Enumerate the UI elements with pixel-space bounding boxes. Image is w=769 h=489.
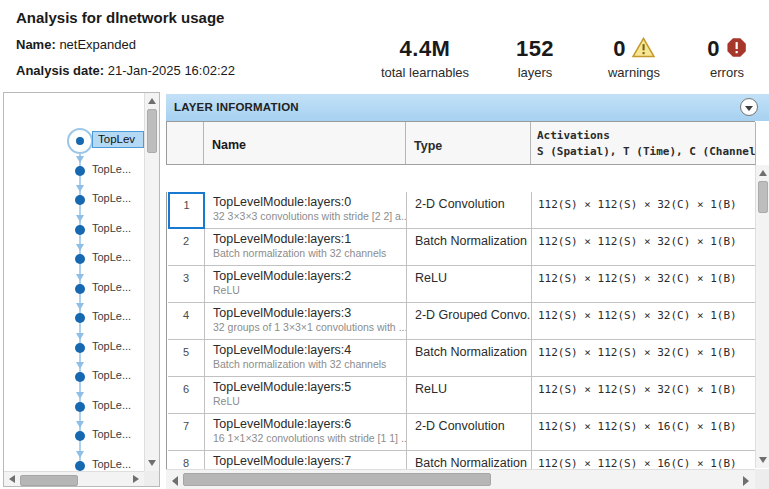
graph-node-dot[interactable] [75,372,85,382]
table-row[interactable]: 7 TopLevelModule:layers:6 16 1×1×32 conv… [168,414,755,451]
network-graph-canvas[interactable]: TopLevTopLe...TopLe...TopLe...TopLe...To… [4,93,144,471]
graph-node-dot[interactable] [75,195,85,205]
row-number-cell[interactable]: 4 [168,303,205,340]
layer-name-cell[interactable]: TopLevelModule:layers:2 ReLU [205,266,407,303]
graph-vertical-scrollbar[interactable] [144,93,159,471]
layer-name-cell[interactable]: TopLevelModule:layers:0 32 3×3×3 convolu… [205,192,407,229]
arrow-down-icon [76,156,84,163]
graph-node-label[interactable]: TopLe... [92,428,140,440]
graph-node-dot[interactable] [75,431,85,441]
network-graph-panel: TopLevTopLe...TopLe...TopLe...TopLe...To… [3,92,160,487]
graph-node-dot[interactable] [75,402,85,412]
warnings-label: warnings [608,65,660,80]
layer-type-cell[interactable]: Batch Normalization [407,340,532,377]
layer-activations-cell[interactable]: 112(S) × 112(S) × 32(C) × 1(B) [532,266,755,303]
table-vertical-scrollbar[interactable] [755,165,769,468]
arrow-down-icon [76,392,84,399]
layer-type-cell[interactable]: 2-D Convolution [407,192,532,229]
graph-node-label[interactable]: TopLe... [92,399,140,411]
layer-name: TopLevelModule:layers:5 [213,380,400,394]
layer-name-cell[interactable]: TopLevelModule:layers:4 Batch normalizat… [205,340,407,377]
scroll-left-icon[interactable] [9,475,15,483]
graph-node-label[interactable]: TopLe... [92,310,140,322]
layer-activations-cell[interactable]: 112(S) × 112(S) × 32(C) × 1(B) [532,377,755,414]
scroll-down-icon[interactable] [759,457,767,463]
table-row[interactable]: 1 TopLevelModule:layers:0 32 3×3×3 convo… [168,192,755,229]
header-type[interactable]: Type [406,122,531,165]
graph-node-dot[interactable] [75,254,85,264]
graph-node-dot[interactable] [75,313,85,323]
collapse-panel-button[interactable] [740,98,758,116]
layer-name-cell[interactable]: TopLevelModule:layers:1 Batch normalizat… [205,229,407,266]
row-number-cell[interactable]: 2 [168,229,205,266]
layer-activations-cell[interactable]: 112(S) × 112(S) × 32(C) × 1(B) [532,192,755,229]
analysis-date: Analysis date: 21-Jan-2025 16:02:22 [16,63,235,78]
layer-type-cell[interactable]: 2-D Convolution [407,414,532,451]
header-row-number [167,122,204,165]
arrow-down-icon [76,421,84,428]
layer-description: Batch normalization with 32 channels [213,358,400,370]
graph-node-label[interactable]: TopLev [92,131,144,148]
table-row[interactable]: 2 TopLevelModule:layers:1 Batch normaliz… [168,229,755,266]
graph-horizontal-scrollbar[interactable] [4,471,144,486]
layer-name-cell[interactable]: TopLevelModule:layers:6 16 1×1×32 convol… [205,414,407,451]
graph-node-label[interactable]: TopLe... [92,163,140,175]
row-number-cell[interactable]: 3 [168,266,205,303]
scroll-left-icon[interactable] [172,476,178,486]
row-number-cell[interactable]: 6 [168,377,205,414]
table-horizontal-scrollbar[interactable] [166,469,755,489]
row-number-cell[interactable]: 5 [168,340,205,377]
scroll-up-icon[interactable] [759,170,767,176]
graph-vscroll-thumb[interactable] [147,109,157,153]
layers-label: layers [516,65,554,80]
table-row[interactable]: 4 TopLevelModule:layers:3 32 groups of 1… [168,303,755,340]
table-row[interactable]: 3 TopLevelModule:layers:2 ReLU ReLU 112(… [168,266,755,303]
graph-node-label[interactable]: TopLe... [92,251,140,263]
date-value: 21-Jan-2025 16:02:22 [108,63,235,78]
scroll-right-icon[interactable] [743,476,749,486]
header-activations[interactable]: Activations S (Spatial), T (Time), C (Ch… [531,122,756,165]
layer-name-cell[interactable]: TopLevelModule:layers:3 32 groups of 1 3… [205,303,407,340]
layer-type-cell[interactable]: ReLU [407,377,532,414]
layer-activations-cell[interactable]: 112(S) × 112(S) × 32(C) × 1(B) [532,303,755,340]
graph-node-dot[interactable] [75,284,85,294]
stat-warnings: 0 warnings [608,36,660,80]
layer-activations-cell[interactable]: 112(S) × 112(S) × 16(C) × 1(B) [532,414,755,451]
layer-type-cell[interactable]: Batch Normalization [407,229,532,266]
graph-node-label[interactable]: TopLe... [92,281,140,293]
graph-node-dot[interactable] [75,461,85,471]
learnables-label: total learnables [381,65,469,80]
table-vscroll-thumb[interactable] [758,181,768,213]
network-analyzer-window: Analysis for dlnetwork usage Name: netEx… [0,0,769,489]
table-hscroll-thumb[interactable] [183,473,491,486]
layer-description: ReLU [213,284,400,296]
graph-node-dot[interactable] [75,225,85,235]
graph-node-dot[interactable] [75,343,85,353]
layer-activations-cell[interactable]: 112(S) × 112(S) × 32(C) × 1(B) [532,340,755,377]
graph-node-label[interactable]: TopLe... [92,458,140,470]
graph-node-dot[interactable] [75,166,85,176]
layer-description: 16 1×1×32 convolutions with stride [1 1]… [213,432,400,444]
row-number-cell[interactable]: 7 [168,414,205,451]
layer-type-cell[interactable]: 2-D Grouped Convo... [407,303,532,340]
table-row[interactable]: 5 TopLevelModule:layers:4 Batch normaliz… [168,340,755,377]
scrollbar-corner [755,469,769,489]
table-row[interactable]: 6 TopLevelModule:layers:5 ReLU ReLU 112(… [168,377,755,414]
graph-node-label[interactable]: TopLe... [92,192,140,204]
panel-header-bar[interactable]: LAYER INFORMATION [166,94,769,121]
header-name[interactable]: Name [204,122,406,165]
graph-node-label[interactable]: TopLe... [92,369,140,381]
selected-node-halo[interactable] [67,128,93,154]
layer-name-cell[interactable]: TopLevelModule:layers:5 ReLU [205,377,407,414]
scroll-up-icon[interactable] [148,98,156,104]
graph-hscroll-thumb[interactable] [20,475,78,486]
layer-description: Batch normalization with 32 channels [213,247,400,259]
scroll-right-icon[interactable] [133,475,139,483]
layer-activations-cell[interactable]: 112(S) × 112(S) × 32(C) × 1(B) [532,229,755,266]
graph-node-label[interactable]: TopLe... [92,222,140,234]
row-number-cell[interactable]: 1 [168,192,205,229]
date-label: Analysis date: [16,63,104,78]
scroll-down-icon[interactable] [148,460,156,466]
layer-type-cell[interactable]: ReLU [407,266,532,303]
graph-node-label[interactable]: TopLe... [92,340,140,352]
